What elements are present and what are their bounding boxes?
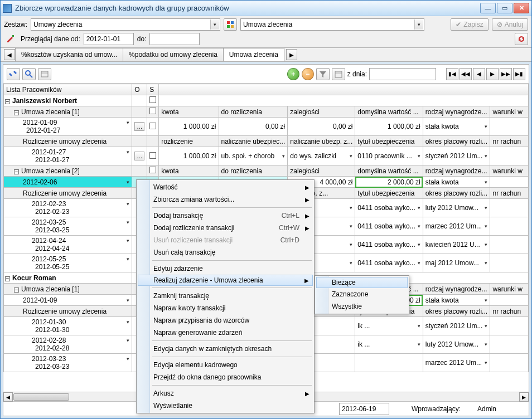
- tab-podatek[interactable]: %podatku od umowy zlecenia: [123, 48, 224, 61]
- remove-button[interactable]: −: [302, 68, 314, 80]
- checkbox[interactable]: [149, 108, 156, 114]
- chevron-down-icon[interactable]: [414, 20, 423, 30]
- checkbox[interactable]: [149, 96, 156, 103]
- mi-dodaj-transakcje[interactable]: Dodaj transakcjęCtrl+L▶: [138, 210, 313, 222]
- mi-zbiorcza[interactable]: Zbiorcza zmiana wartości...▶: [138, 193, 313, 206]
- mi-napraw-kwoty[interactable]: Napraw kwoty transakcji: [138, 302, 313, 314]
- mi-zamknij[interactable]: Zamknij transakcję: [138, 290, 313, 302]
- scroll-left[interactable]: ◀: [3, 392, 13, 402]
- window-title: Zbiorcze wprowadzanie danych kadrowych d…: [15, 4, 480, 12]
- tree-rozl[interactable]: Rozliczenie umowy zlecenia: [4, 306, 132, 317]
- scroll-thumb[interactable]: [13, 393, 69, 401]
- nav-fwd[interactable]: ▶: [486, 68, 499, 80]
- minimize-button[interactable]: —: [480, 3, 496, 13]
- table-row[interactable]: 2012-05-25 2012-05-25: [4, 254, 132, 272]
- cell-rodzaj[interactable]: stała kwota: [423, 118, 490, 136]
- tree-employee[interactable]: −Kocur Roman: [4, 272, 132, 284]
- close-button[interactable]: ✕: [514, 3, 529, 13]
- table-row[interactable]: 2012-03-25 2012-03-25: [4, 217, 132, 236]
- tree-rozl1[interactable]: Rozliczenie umowy zlecenia: [4, 136, 132, 147]
- mi-edycja-zamk[interactable]: Edycja danych w zamkniętych okresach: [138, 343, 313, 355]
- cell-active[interactable]: 2 000,00 zł: [355, 177, 423, 188]
- cell-zaleg[interactable]: 0,00 zł: [288, 118, 355, 136]
- checkbox[interactable]: [149, 167, 156, 173]
- tab-scroll-right[interactable]: ▶: [286, 49, 297, 60]
- edit-icon[interactable]: [4, 33, 17, 45]
- date-to-input[interactable]: [149, 33, 200, 45]
- table-row[interactable]: 2012-04-24 2012-04-24: [4, 236, 132, 254]
- checkbox[interactable]: [149, 123, 156, 129]
- mi-edytuj-zdarzenie[interactable]: Edytuj zdarzenie: [138, 262, 313, 275]
- checkbox[interactable]: [149, 152, 156, 159]
- tools-button[interactable]: [7, 68, 20, 80]
- save-icon: ✔: [456, 21, 461, 28]
- z-dnia-input[interactable]: [369, 68, 436, 80]
- filter-button[interactable]: [316, 68, 330, 80]
- mi-wartosc[interactable]: Wartość▶: [138, 181, 313, 193]
- table-row[interactable]: 2012-02-28 2012-02-28: [4, 335, 132, 354]
- refresh-button[interactable]: [515, 33, 528, 45]
- table-row[interactable]: 2012-02-23 2012-02-23: [4, 199, 132, 217]
- col-lista[interactable]: Lista Pracowników: [4, 84, 132, 95]
- mi-przejdz[interactable]: Przejdź do okna danego pracownika: [138, 371, 313, 383]
- ellipsis-button[interactable]: …: [134, 122, 144, 131]
- table-row[interactable]: 2012-01-27 2012-01-27: [4, 147, 132, 165]
- wzorzec-combo[interactable]: Umowa zlecenia: [240, 18, 424, 31]
- smi-zaznaczone[interactable]: Zaznaczone: [316, 288, 408, 300]
- mi-napraw-gen[interactable]: Napraw generowanie zdarzeń: [138, 327, 313, 339]
- scroll-right[interactable]: ▶: [519, 392, 529, 402]
- cancel-icon: ⊘: [497, 21, 502, 28]
- mi-usun-cala[interactable]: Usuń całą transakcję: [138, 246, 313, 259]
- add-button[interactable]: +: [287, 68, 299, 80]
- cell-domysl[interactable]: 1 000,00 zł: [355, 118, 423, 136]
- cell-dorozl[interactable]: 0,00 zł: [219, 118, 288, 136]
- nav-fastfwd[interactable]: ▶▶: [500, 68, 512, 80]
- ellipsis-button[interactable]: …: [134, 152, 144, 160]
- tree-umowa2[interactable]: −Umowa zlecenia [2]: [4, 165, 132, 177]
- nav-back[interactable]: ◀: [473, 68, 485, 80]
- save-button[interactable]: ✔ Zapisz: [451, 18, 488, 31]
- mi-wyswietlanie[interactable]: Wyświetlanie: [138, 399, 313, 412]
- mi-arkusz[interactable]: Arkusz▶: [138, 387, 313, 399]
- table-row[interactable]: 2012-01-09 2012-01-27: [4, 118, 132, 136]
- app-window: Zbiorcze wprowadzanie danych kadrowych d…: [0, 0, 532, 419]
- wzorzec-icon-button[interactable]: [224, 18, 237, 31]
- tab-umowa[interactable]: Umowa zlecenia: [223, 48, 284, 61]
- col-o[interactable]: O: [132, 84, 147, 95]
- calendar-button[interactable]: [332, 68, 345, 80]
- date-from-input[interactable]: 2012-01-01: [84, 33, 134, 45]
- tabs-row: ◀ %kosztów uzyskania od umow... %podatku…: [1, 48, 531, 62]
- cancel-button[interactable]: ⊘ Anuluj: [492, 18, 528, 31]
- cell-kwota[interactable]: 1 000,00 zł: [159, 118, 219, 136]
- date-from-value: 2012-01-01: [86, 35, 120, 43]
- tree-employee[interactable]: −Janiszewski Norbert: [4, 95, 132, 106]
- card-view-button[interactable]: [38, 68, 51, 80]
- col-s[interactable]: S: [147, 84, 159, 95]
- tree-umowa1[interactable]: −Umowa zlecenia [1]: [4, 284, 132, 295]
- mi-realizuj[interactable]: Realizuj zdarzenie - Umowa zlecenia▶: [138, 275, 313, 286]
- chevron-down-icon[interactable]: [210, 20, 219, 30]
- tab-scroll-left[interactable]: ◀: [4, 49, 15, 60]
- zestaw-combo[interactable]: Umowy zlecenia: [31, 18, 220, 31]
- maximize-button[interactable]: ▭: [497, 3, 512, 13]
- tab-koszty[interactable]: %kosztów uzyskania od umow...: [15, 48, 123, 61]
- smi-wszystkie[interactable]: Wszystkie: [316, 300, 408, 313]
- date-from-label: Przeglądaj dane od:: [21, 35, 80, 43]
- mi-napraw-przyp[interactable]: Napraw przypisania do wzorców: [138, 314, 313, 327]
- nav-last[interactable]: ▶▮: [513, 68, 525, 80]
- svg-point-5: [26, 71, 30, 75]
- table-row-selected[interactable]: 2012-02-06: [4, 177, 132, 188]
- status-date-input[interactable]: 2012-06-19: [339, 403, 389, 415]
- table-row[interactable]: 2012-01-09: [4, 295, 132, 306]
- table-row[interactable]: 2012-01-30 2012-01-30: [4, 317, 132, 335]
- nav-fastback[interactable]: ◀◀: [460, 68, 472, 80]
- search-button[interactable]: [22, 68, 36, 80]
- tree-umowa1[interactable]: −Umowa zlecenia [1]: [4, 106, 132, 118]
- smi-biezace[interactable]: Bieżące: [316, 277, 408, 288]
- mi-edycja-el[interactable]: Edycja elementu kadrowego: [138, 359, 313, 371]
- tree-rozl2[interactable]: Rozliczenie umowy zlecenia: [4, 188, 132, 199]
- table-row[interactable]: 2012-03-23 2012-03-23: [4, 354, 132, 372]
- context-submenu: Bieżące Zaznaczone Wszystkie: [315, 275, 409, 314]
- mi-dodaj-rozliczenie[interactable]: Dodaj rozliczenie transakcjiCtrl+W▶: [138, 222, 313, 234]
- nav-first[interactable]: ▮◀: [446, 68, 458, 80]
